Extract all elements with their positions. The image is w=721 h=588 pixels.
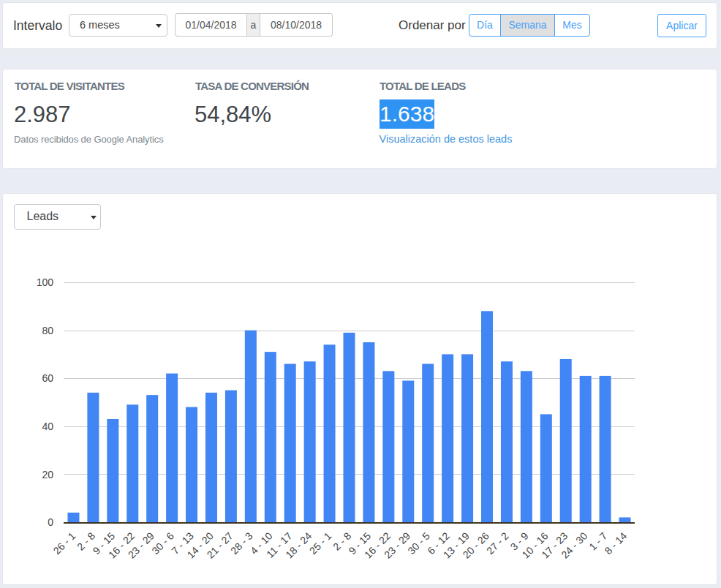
- svg-text:80: 80: [42, 325, 53, 336]
- svg-text:8 - 14: 8 - 14: [603, 529, 630, 557]
- svg-text:100: 100: [37, 276, 54, 288]
- svg-text:28 - 3: 28 - 3: [228, 529, 255, 557]
- svg-text:60: 60: [42, 372, 53, 384]
- svg-text:26 - 1: 26 - 1: [51, 529, 78, 557]
- svg-text:40: 40: [42, 421, 53, 432]
- svg-text:20: 20: [42, 469, 53, 480]
- svg-text:0: 0: [48, 516, 53, 528]
- svg-text:25 - 1: 25 - 1: [307, 529, 334, 557]
- svg-text:30 - 6: 30 - 6: [149, 529, 176, 557]
- svg-text:27 - 2: 27 - 2: [484, 529, 511, 557]
- svg-text:30 - 5: 30 - 5: [405, 529, 432, 557]
